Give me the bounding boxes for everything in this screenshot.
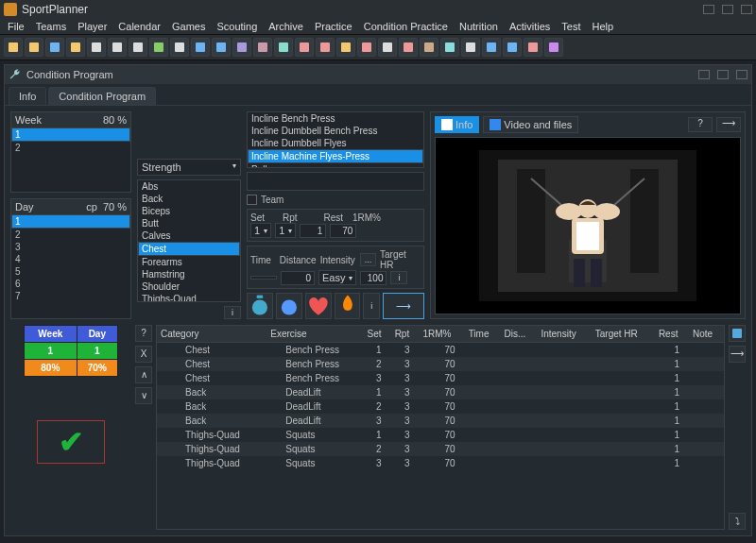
toolbar-button-8[interactable] — [170, 38, 189, 57]
distance-input[interactable]: 0 — [281, 271, 315, 285]
side-button[interactable]: ∧ — [135, 366, 152, 383]
col-exercise[interactable]: Exercise — [266, 326, 363, 343]
toolbar-button-3[interactable] — [66, 38, 85, 57]
exercise-row[interactable]: Incline Dumbbell Bench Press — [248, 125, 423, 137]
col-note[interactable]: Note — [689, 326, 724, 343]
toolbar-button-5[interactable] — [108, 38, 127, 57]
menu-test[interactable]: Test — [561, 21, 580, 32]
toolbar-button-15[interactable] — [316, 38, 335, 57]
week-row[interactable]: 2 — [11, 142, 130, 154]
table-row[interactable]: Thighs-QuadSquats23701 — [157, 442, 724, 456]
expand-button[interactable]: ⟶ — [716, 117, 741, 132]
day-row[interactable]: 6 — [11, 278, 130, 290]
toolbar-button-9[interactable] — [191, 38, 210, 57]
toolbar-button-18[interactable] — [378, 38, 397, 57]
strength-select[interactable]: Strength ▾ — [137, 159, 241, 176]
table-row[interactable]: BackDeadLift23701 — [157, 399, 724, 414]
toolbar-button-22[interactable] — [461, 38, 480, 57]
toolbar-button-20[interactable] — [420, 38, 438, 57]
toolbar-button-6[interactable] — [129, 38, 147, 57]
exercise-list[interactable]: Incline Bench PressIncline Dumbbell Benc… — [247, 111, 424, 168]
table-row[interactable]: ChestBench Press33701 — [157, 371, 724, 385]
program-table[interactable]: CategoryExerciseSetRpt1RM%TimeDis...Inte… — [157, 326, 724, 470]
tab-condition-program[interactable]: Condition Program — [48, 87, 156, 105]
menu-nutrition[interactable]: Nutrition — [459, 21, 498, 32]
side-button[interactable]: ? — [135, 325, 152, 342]
day-row[interactable]: 3 — [11, 241, 130, 253]
col-rest[interactable]: Rest — [655, 326, 689, 343]
week-list[interactable]: Week 80 % 12 — [10, 111, 131, 193]
rpt-input[interactable]: 1▾ — [275, 223, 296, 238]
next-button[interactable]: ⟶ — [729, 346, 746, 363]
col-category[interactable]: Category — [157, 326, 266, 343]
info-button[interactable]: i — [390, 271, 407, 284]
menu-activities[interactable]: Activities — [509, 21, 550, 32]
day-row[interactable]: 2 — [11, 229, 130, 241]
rest-input[interactable]: 1 — [300, 224, 326, 238]
menu-calendar[interactable]: Calendar — [118, 21, 161, 32]
col-time[interactable]: Time — [465, 326, 501, 343]
flame-icon-button[interactable] — [335, 293, 361, 319]
toolbar-button-11[interactable] — [232, 38, 251, 57]
exercise-row[interactable]: Incline Machine Flyes-Press — [248, 149, 423, 163]
toolbar-button-1[interactable] — [25, 38, 43, 57]
toolbar-button-2[interactable] — [45, 38, 64, 57]
toolbar-button-26[interactable] — [544, 38, 563, 57]
side-button[interactable]: X — [135, 346, 152, 363]
toolbar-button-25[interactable] — [524, 38, 542, 57]
muscle-row[interactable]: Shoulder — [138, 280, 240, 293]
toolbar-button-16[interactable] — [336, 38, 355, 57]
day-list[interactable]: Day cp 70 % 1234567 — [10, 198, 131, 319]
toolbar-button-21[interactable] — [440, 38, 459, 57]
menu-archive[interactable]: Archive — [268, 21, 303, 32]
toolbar-button-19[interactable] — [399, 38, 418, 57]
ellipsis-button[interactable]: ... — [360, 253, 376, 266]
intensity-select[interactable]: Easy▾ — [318, 270, 356, 285]
toolbar-button-24[interactable] — [503, 38, 522, 57]
muscle-row[interactable]: Abs — [138, 180, 240, 193]
menu-condition-practice[interactable]: Condition Practice — [364, 21, 448, 32]
info-button[interactable]: i — [224, 306, 241, 319]
toolbar-button-12[interactable] — [253, 38, 272, 57]
muscle-row[interactable]: Thighs-Quad — [138, 293, 240, 302]
muscle-row[interactable]: Butt — [138, 217, 240, 229]
export-icon-button[interactable] — [729, 325, 746, 342]
col-targethr[interactable]: Target HR — [592, 326, 655, 343]
menu-help[interactable]: Help — [593, 21, 614, 32]
col-rpt[interactable]: Rpt — [391, 326, 420, 343]
table-row[interactable]: BackDeadLift13701 — [157, 385, 724, 399]
stopwatch-icon-button[interactable] — [276, 293, 302, 319]
day-row[interactable]: 4 — [11, 253, 130, 265]
time-input[interactable] — [250, 276, 277, 280]
exercise-row[interactable]: Incline Bench Press — [248, 112, 423, 125]
add-to-program-button[interactable]: ⟶ — [383, 293, 424, 319]
muscle-row[interactable]: Chest — [138, 242, 240, 256]
toolbar-button-13[interactable] — [274, 38, 293, 57]
menu-player[interactable]: Player — [77, 21, 107, 32]
tab-info[interactable]: Info — [9, 87, 46, 105]
inner-minimize-button[interactable] — [698, 70, 710, 79]
close-button[interactable] — [741, 5, 752, 14]
rm-input[interactable]: 70 — [330, 224, 356, 238]
toolbar-button-4[interactable] — [87, 38, 106, 57]
col-rm[interactable]: 1RM% — [419, 326, 464, 343]
col-intensity[interactable]: Intensity — [537, 326, 591, 343]
table-row[interactable]: Thighs-QuadSquats13701 — [157, 428, 724, 442]
team-checkbox[interactable] — [247, 195, 257, 205]
toolbar-button-7[interactable] — [149, 38, 168, 57]
exercise-row[interactable]: Incline Dumbbell Flyes — [248, 137, 423, 149]
day-row[interactable]: 5 — [11, 265, 130, 278]
table-row[interactable]: ChestBench Press13701 — [157, 343, 724, 358]
info-button[interactable]: i — [363, 293, 380, 319]
menu-teams[interactable]: Teams — [36, 21, 66, 32]
muscle-row[interactable]: Biceps — [138, 205, 240, 217]
table-row[interactable]: Thighs-QuadSquats33701 — [157, 456, 724, 470]
muscle-row[interactable]: Back — [138, 193, 240, 205]
week-row[interactable]: 1 — [11, 127, 130, 142]
col-dis[interactable]: Dis... — [500, 326, 537, 343]
menu-practice[interactable]: Practice — [315, 21, 352, 32]
day-row[interactable]: 7 — [11, 290, 130, 302]
timer-icon-button[interactable] — [247, 293, 273, 319]
preview-tab-info[interactable]: Info — [435, 116, 479, 133]
toolbar-button-0[interactable] — [4, 38, 23, 57]
